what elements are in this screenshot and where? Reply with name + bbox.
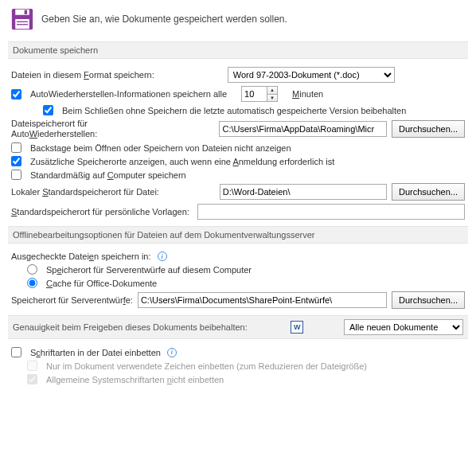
section-fidelity: Genauigkeit beim Freigeben dieses Dokume… xyxy=(8,315,468,339)
local-default-input[interactable] xyxy=(220,184,387,200)
subset-fonts-label: Nur im Dokument verwendete Zeichen einbe… xyxy=(46,361,367,371)
section-save-documents: Dokumente speichern xyxy=(8,41,468,59)
fidelity-document-select[interactable]: Alle neuen Dokumente xyxy=(344,319,463,335)
browse-local-default-button[interactable]: Durchsuchen... xyxy=(392,183,465,201)
format-select[interactable]: Word 97-2003-Dokument (*.doc) xyxy=(228,67,395,83)
exclude-common-fonts-checkbox xyxy=(27,374,37,384)
extra-locations-label: Zusätzliche Speicherorte anzeigen, auch … xyxy=(30,157,334,166)
subset-fonts-checkbox xyxy=(27,361,37,371)
default-computer-checkbox[interactable] xyxy=(11,170,21,180)
embed-fonts-checkbox[interactable] xyxy=(11,347,21,357)
server-drafts-path-input[interactable] xyxy=(138,292,387,308)
browse-server-drafts-button[interactable]: Durchsuchen... xyxy=(392,291,465,309)
spin-down-icon[interactable]: ▼ xyxy=(267,95,277,102)
server-drafts-radio[interactable] xyxy=(27,264,37,275)
browse-autorecover-button[interactable]: Durchsuchen... xyxy=(392,120,465,138)
keep-last-autosave-checkbox[interactable] xyxy=(43,105,53,115)
checkout-location-label: Ausgecheckte Dateien speichern in: xyxy=(11,252,151,261)
minutes-label: Minuten xyxy=(292,89,323,99)
keep-last-autosave-label: Beim Schließen ohne Speichern die letzte… xyxy=(62,106,406,115)
office-cache-radio[interactable] xyxy=(27,278,37,288)
office-cache-radio-label: Cache für Office-Dokumente xyxy=(46,279,157,288)
autorecover-path-label: Dateispeicherort für AutoWiederherstelle… xyxy=(11,119,107,139)
autorecover-checkbox[interactable] xyxy=(11,89,21,99)
info-icon[interactable]: i xyxy=(158,252,167,261)
svg-rect-4 xyxy=(17,21,28,22)
server-drafts-path-label: Speicherort für Serverentwürfe: xyxy=(11,295,133,305)
spin-up-icon[interactable]: ▲ xyxy=(267,87,277,95)
save-disk-icon xyxy=(11,8,33,30)
template-path-label: Standardspeicherort für persönliche Vorl… xyxy=(11,207,189,217)
svg-rect-2 xyxy=(25,10,28,14)
svg-rect-5 xyxy=(17,24,28,25)
autorecover-path-input[interactable] xyxy=(219,121,387,137)
header-text: Geben Sie an, wie Dokumente gespeichert … xyxy=(41,14,287,25)
default-computer-label: Standardmäßig auf Computer speichern xyxy=(30,170,186,180)
exclude-common-fonts-label: Allgemeine Systemschriftarten nicht einb… xyxy=(46,375,224,384)
info-icon[interactable]: i xyxy=(167,348,177,357)
format-label: Dateien in diesem Format speichern: xyxy=(11,70,154,80)
server-drafts-radio-label: Speicherort für Serverentwürfe auf diese… xyxy=(46,265,252,275)
embed-fonts-label: Schriftarten in der Datei einbetten xyxy=(30,348,161,357)
template-path-input[interactable] xyxy=(197,204,465,220)
local-default-label: Lokaler Standardspeicherort für Datei: xyxy=(11,187,159,197)
extra-locations-checkbox[interactable] xyxy=(11,156,21,166)
backstage-label: Backstage beim Öffnen oder Speichern von… xyxy=(30,143,291,153)
autorecover-minutes-spinner[interactable]: ▲▼ xyxy=(241,86,278,102)
backstage-checkbox[interactable] xyxy=(11,142,21,153)
autorecover-label: AutoWiederherstellen-Informationen speic… xyxy=(30,89,227,99)
word-doc-icon: W xyxy=(291,321,303,334)
section-offline-editing: Offlinebearbeitungsoptionen für Dateien … xyxy=(8,226,468,244)
autorecover-minutes-input[interactable] xyxy=(241,86,267,102)
